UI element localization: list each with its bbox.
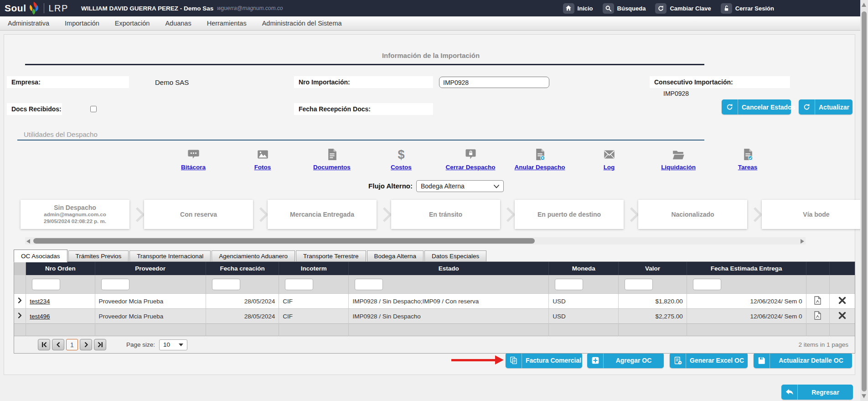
tab-agenciamiento-aduanero[interactable]: Agenciamiento Aduanero <box>212 250 295 262</box>
costos-link[interactable]: $ Costos <box>367 147 436 171</box>
screen: Soul LRP WILLIAM DAVID GUERRA PEREZ - De… <box>0 0 868 401</box>
search-button[interactable]: Búsqueda <box>603 3 646 14</box>
first-page-button[interactable] <box>38 339 50 350</box>
back-arrow-icon <box>781 385 798 400</box>
factura-comercial-button[interactable]: Factura Comercial <box>506 353 582 368</box>
change-password-button[interactable]: Cambiar Clave <box>655 3 711 14</box>
flujo-alterno-select[interactable]: Bodega Alterna <box>416 180 504 192</box>
filter-valor-input[interactable] <box>625 279 653 290</box>
cerrar-despacho-link[interactable]: Cerrar Despacho <box>436 147 505 171</box>
tab-bodega-alterna[interactable]: Bodega Alterna <box>367 250 424 262</box>
pdf-export-button[interactable] <box>806 294 830 309</box>
flujo-alterno-label: Flujo Alterno: <box>347 182 413 190</box>
tab-transporte-terrestre[interactable]: Transporte Terrestre <box>296 250 366 262</box>
flow-card-en-transito[interactable]: En tránsito <box>391 200 500 229</box>
horizontal-scroll-thumb[interactable] <box>33 238 535 244</box>
prev-page-button[interactable] <box>52 339 64 350</box>
filter-cell <box>830 275 855 294</box>
tareas-link[interactable]: Tareas <box>713 147 782 171</box>
page-title: Información de la Importación <box>0 52 862 59</box>
docs-recibidos-label: Docs Recibidos: <box>7 103 62 115</box>
generar-excel-oc-button[interactable]: Generar Excel OC <box>670 353 748 368</box>
order-link[interactable]: test234 <box>30 298 50 305</box>
next-page-button[interactable] <box>80 339 92 350</box>
col-proveedor[interactable]: Proveedor <box>95 262 206 275</box>
tab-transporte-internacional[interactable]: Transporte Internacional <box>129 250 211 262</box>
invoice-icon <box>506 353 522 368</box>
vertical-scroll-thumb[interactable] <box>862 11 867 391</box>
menu-exportacion[interactable]: Exportación <box>115 20 150 27</box>
col-estado[interactable]: Estado <box>349 262 549 275</box>
flow-card-sin-despacho[interactable]: Sin Despacho admin@magnum.com.co 29/05/2… <box>21 200 129 229</box>
docs-recibidos-checkbox[interactable] <box>90 106 97 112</box>
filter-cell <box>687 275 806 294</box>
delete-row-button[interactable] <box>830 294 855 309</box>
menu-administracion-sistema[interactable]: Administración del Sistema <box>262 20 342 27</box>
generar-excel-oc-label: Generar Excel OC <box>686 357 748 364</box>
filter-moneda-input[interactable] <box>555 279 583 290</box>
expand-row-button[interactable] <box>14 309 26 324</box>
scroll-down-arrow[interactable] <box>862 394 866 398</box>
tab-datos-especiales[interactable]: Datos Especiales <box>424 250 486 262</box>
filter-entrega-input[interactable] <box>693 279 721 290</box>
filter-cell <box>95 275 206 294</box>
col-fecha-creacion[interactable]: Fecha creación <box>206 262 279 275</box>
flow-card-via-bodega[interactable]: Vía bode <box>762 200 868 229</box>
pdf-export-button[interactable] <box>806 309 830 324</box>
log-link[interactable]: Log <box>574 147 644 171</box>
fotos-link[interactable]: Fotos <box>228 147 297 171</box>
liquidacion-link[interactable]: Liquidación <box>644 147 713 171</box>
filter-estado-input[interactable] <box>355 279 383 290</box>
scroll-right-arrow[interactable] <box>801 239 804 244</box>
regresar-button[interactable]: Regresar <box>781 385 853 400</box>
cancelar-estados-label: Cancelar Estados <box>738 104 799 111</box>
filter-incoterm-input[interactable] <box>285 279 313 290</box>
cancelar-estados-button[interactable]: Cancelar Estados <box>722 99 791 115</box>
bitacora-link[interactable]: Bitácora <box>159 147 228 171</box>
delete-row-button[interactable] <box>830 309 855 324</box>
topbar: Soul LRP WILLIAM DAVID GUERRA PEREZ - De… <box>0 0 868 16</box>
soul-logo-icon <box>28 1 40 15</box>
order-link[interactable]: test496 <box>30 313 50 320</box>
dollar-icon: $ <box>398 147 404 161</box>
filter-cell <box>14 275 26 294</box>
menu-herramientas[interactable]: Herramientas <box>207 20 247 27</box>
col-nro-orden[interactable]: Nro Orden <box>26 262 95 275</box>
last-page-button[interactable] <box>94 339 106 350</box>
brand[interactable]: Soul LRP <box>5 1 68 15</box>
documentos-link[interactable]: Documentos <box>297 147 367 171</box>
menu-aduanas[interactable]: Aduanas <box>165 20 191 27</box>
filter-fecha-input[interactable] <box>212 279 240 290</box>
actualizar-detalle-oc-button[interactable]: Actualizar Detalle OC <box>754 353 852 368</box>
menu-importacion[interactable]: Importación <box>65 20 99 27</box>
col-moneda[interactable]: Moneda <box>549 262 619 275</box>
nro-importacion-input[interactable] <box>439 77 549 88</box>
page-size-select[interactable]: 10 <box>159 339 187 350</box>
flow-card-con-reserva[interactable]: Con reserva <box>144 200 253 229</box>
horizontal-scrollbar[interactable] <box>25 237 806 245</box>
vertical-scrollbar[interactable] <box>860 0 868 401</box>
logout-button[interactable]: Cerrar Sesión <box>721 3 774 14</box>
current-page-button[interactable]: 1 <box>66 339 78 350</box>
filter-cell <box>549 275 619 294</box>
col-valor[interactable]: Valor <box>619 262 687 275</box>
flow-card-nacionalizado[interactable]: Nacionalizado <box>638 200 747 229</box>
flow-card-date: 29/05/2024 02:08:22 p. m. <box>44 218 106 225</box>
home-button[interactable]: Inicio <box>563 3 593 14</box>
actualizar-button[interactable]: Actualizar <box>799 99 852 115</box>
scroll-up-arrow[interactable] <box>862 3 866 7</box>
tab-oc-asociadas[interactable]: OC Asociadas <box>14 250 67 262</box>
col-incoterm[interactable]: Incoterm <box>279 262 349 275</box>
filter-nro-orden-input[interactable] <box>32 279 60 290</box>
flow-card-en-puerto[interactable]: En puerto de destino <box>515 200 624 229</box>
fecha-recepcion-label: Fecha Recepción Docs: <box>294 103 433 115</box>
agregar-oc-button[interactable]: Agregar OC <box>587 353 664 368</box>
scroll-left-arrow[interactable] <box>26 239 30 244</box>
col-fecha-estimada[interactable]: Fecha Estimada Entrega <box>687 262 806 275</box>
tab-tramites-previos[interactable]: Trámites Previos <box>68 250 129 262</box>
expand-row-button[interactable] <box>14 294 26 309</box>
menu-administrativa[interactable]: Administrativa <box>8 20 49 27</box>
flow-card-mercancia-entregada[interactable]: Mercancia Entregada <box>268 200 377 229</box>
filter-proveedor-input[interactable] <box>101 279 129 290</box>
anular-despacho-link[interactable]: Anular Despacho <box>505 147 574 171</box>
